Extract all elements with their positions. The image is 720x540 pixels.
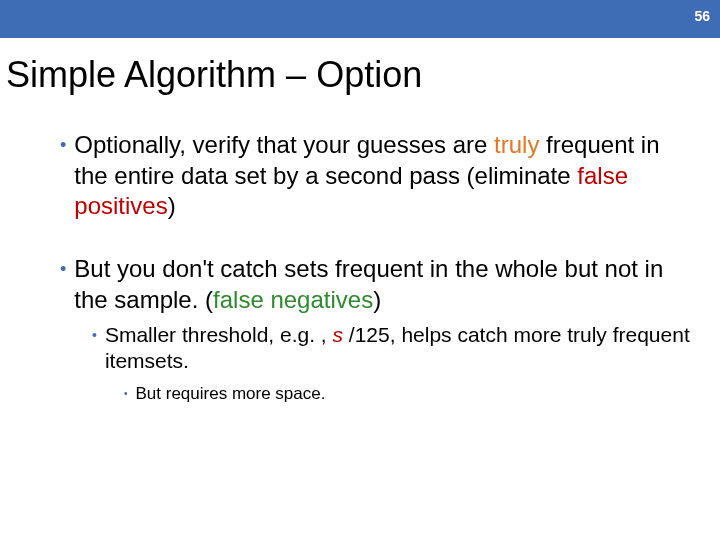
slide: 56 Simple Algorithm – Option • Optionall… <box>0 0 720 540</box>
b1-close: ) <box>168 192 176 219</box>
bullet-2: • But you don't catch sets frequent in t… <box>60 254 690 315</box>
slide-title: Simple Algorithm – Option <box>6 54 422 96</box>
bullet-1: • Optionally, verify that your guesses a… <box>60 130 690 222</box>
sub-bullet-1-text: Smaller threshold, e.g. , s /125, helps … <box>105 322 690 376</box>
sub-bullet-2: • But requires more space. <box>124 383 690 405</box>
bullet-2-text: But you don't catch sets frequent in the… <box>74 254 690 315</box>
spacer <box>60 222 690 254</box>
slide-number: 56 <box>694 8 710 24</box>
bullet-icon: • <box>92 322 105 348</box>
bullet-1-text: Optionally, verify that your guesses are… <box>74 130 690 222</box>
sub1-pre: Smaller threshold, e.g. , <box>105 323 333 346</box>
header-bar: 56 <box>0 0 720 38</box>
b2-false-negatives: false negatives <box>213 286 373 313</box>
sub1-s: s <box>333 323 349 346</box>
b1-truly: truly <box>494 131 539 158</box>
b1-pre: Optionally, verify that your guesses are <box>74 131 494 158</box>
b2-close: ) <box>373 286 381 313</box>
bullet-icon: • <box>124 383 136 405</box>
bullet-icon: • <box>60 254 74 284</box>
bullet-icon: • <box>60 130 74 160</box>
slide-content: • Optionally, verify that your guesses a… <box>60 130 690 405</box>
sub-bullet-1: • Smaller threshold, e.g. , s /125, help… <box>92 322 690 376</box>
sub-bullet-2-text: But requires more space. <box>136 383 690 405</box>
